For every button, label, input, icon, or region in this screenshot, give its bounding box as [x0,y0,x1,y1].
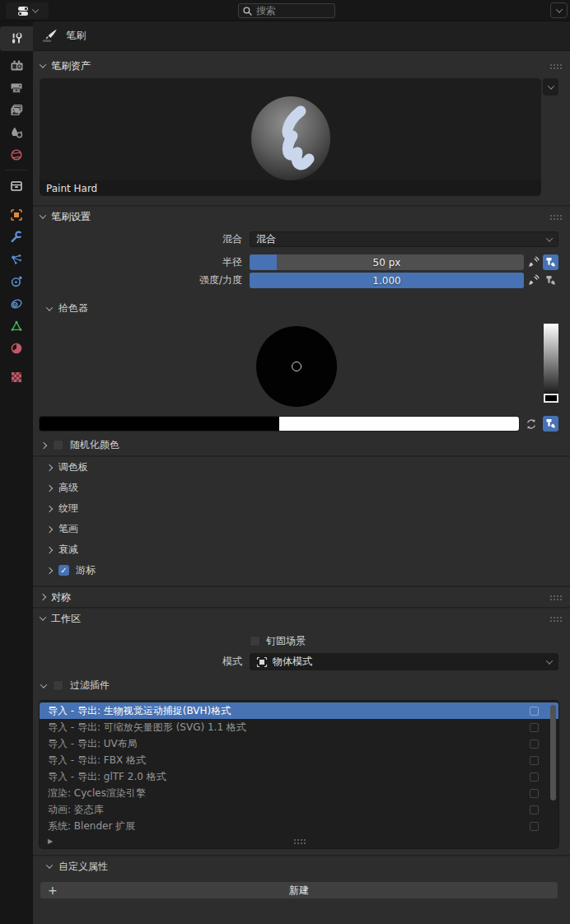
subpanel-header-texture[interactable]: 纹理 [33,498,570,519]
panel-header-symmetry[interactable]: 对称 [33,587,570,607]
brush-name: Paint Hard [46,183,97,194]
panel-grip-handle[interactable] [549,595,562,600]
header-menu-button[interactable] [550,2,568,18]
tab-texture[interactable] [0,366,33,388]
addon-row[interactable]: 导入 - 导出: 生物视觉运动捕捉(BVH)格式 [40,702,558,719]
subpanel-header-stroke[interactable]: 笔画 [33,519,570,539]
randomize-color-checkbox[interactable] [53,440,63,450]
tab-physics[interactable] [0,270,33,292]
radius-label: 半径 [33,255,250,269]
tab-collection[interactable] [0,175,33,197]
addon-row[interactable]: 动画: 姿态库 [40,801,558,818]
particles-icon [10,253,23,266]
chevron-right-icon [46,464,53,470]
tab-material[interactable] [0,337,33,359]
new-property-button[interactable]: + 新建 [40,881,558,899]
chevron-down-icon [555,6,562,12]
addon-row[interactable]: 导入 - 导出: glTF 2.0 格式 [40,768,558,785]
addon-checkbox[interactable] [530,805,539,814]
addon-checkbox[interactable] [530,740,539,749]
subpanel-header-falloff[interactable]: 衰减 [33,539,570,560]
panel-header-brush-asset[interactable]: 笔刷资产 [33,56,570,76]
addon-row[interactable]: 渲染: Cycles渲染引擎 [40,785,558,801]
subpanel-header-custom-properties[interactable]: 自定义属性 [33,856,570,876]
addon-row[interactable]: 导入 - 导出: 可缩放矢量图形 (SVG) 1.1 格式 [40,719,558,735]
brush-preview[interactable] [40,78,541,180]
radius-pressure-button[interactable] [526,254,541,270]
strength-slider[interactable]: 1.000 [250,273,524,288]
brush-select-dropdown[interactable] [543,78,558,96]
addon-checkbox[interactable] [530,772,539,782]
panel-header-brush-settings[interactable]: 笔刷设置 [33,207,570,226]
addon-row[interactable]: 导入 - 导出: FBX 格式 [40,752,558,768]
subpanel-header-palette[interactable]: 调色板 [33,457,570,478]
subpanel-header-color-picker[interactable]: 拾色器 [33,298,570,319]
primary-color-swatch[interactable] [40,417,279,431]
panel-title: 对称 [51,590,544,604]
mode-dropdown[interactable]: 物体模式 [250,653,558,670]
chevron-down-icon [46,861,53,868]
output-printer-icon [10,82,23,95]
addon-checkbox[interactable] [530,707,539,716]
value-slider-handle[interactable] [544,394,558,403]
subpanel-header-cursor[interactable]: 游标 [33,560,570,581]
chevron-right-icon [46,525,53,532]
brush-name-field[interactable]: Paint Hard [40,180,541,196]
chevron-down-icon [546,235,553,241]
tab-constraints[interactable] [0,292,33,315]
addon-checkbox[interactable] [530,756,539,765]
plus-icon: + [48,884,58,897]
tab-output[interactable] [0,77,33,99]
strength-unified-toggle[interactable] [543,273,558,288]
search-input[interactable]: 搜索 [238,3,335,18]
blend-label: 混合 [33,232,250,246]
panel-title: 笔刷资产 [51,59,544,73]
list-resize-grip[interactable]: ▶ [40,834,558,848]
tab-view-layer[interactable] [0,99,33,121]
tool-icon [10,32,23,45]
properties-editor-icon [17,6,31,16]
tab-render[interactable] [0,54,33,77]
tab-object-data[interactable] [0,315,33,337]
editor-type-dropdown[interactable] [6,2,49,19]
panel-header-workspace[interactable]: 工作区 [33,609,570,628]
tab-scene[interactable] [0,121,33,143]
tab-world[interactable] [0,143,33,166]
panel-grip-handle[interactable] [549,616,562,622]
tab-modifiers[interactable] [0,226,33,248]
addon-checkbox[interactable] [530,723,539,732]
radius-slider[interactable]: 50 px [250,254,524,270]
radius-unified-toggle[interactable] [543,254,558,270]
swap-colors-button[interactable] [523,416,539,432]
color-unified-toggle[interactable] [543,416,558,432]
panel-grip-handle[interactable] [549,63,562,69]
pin-scene-checkbox[interactable] [250,636,260,646]
list-expand-triangle[interactable]: ▶ [48,838,53,845]
subpanel-title: 游标 [76,563,96,577]
tab-object[interactable] [0,203,33,226]
radius-value: 50 px [250,254,524,270]
filter-addons-checkbox[interactable] [53,680,63,691]
addon-checkbox[interactable] [530,789,539,798]
subpanel-header-randomize-color[interactable]: 随机化颜色 [33,435,570,455]
breadcrumb: 笔刷 [33,21,570,51]
panel-grip-handle[interactable] [549,214,562,220]
color-wheel[interactable] [256,326,337,407]
secondary-color-swatch[interactable] [279,417,519,431]
color-wheel-cursor[interactable] [292,362,301,371]
tab-particles[interactable] [0,248,33,270]
strength-pressure-button[interactable] [526,273,541,288]
subpanel-header-advanced[interactable]: 高级 [33,478,570,498]
brush-stroke-thumbnail [250,93,332,180]
addon-checkbox[interactable] [530,822,539,831]
chevron-right-icon [46,505,53,511]
addon-list-scrollbar[interactable] [550,705,556,800]
addon-row[interactable]: 系统: Blender 扩展 [40,818,558,834]
cursor-checkbox[interactable] [58,565,69,576]
tab-tool[interactable] [0,26,33,51]
blend-mode-dropdown[interactable]: 混合 [250,231,558,247]
value-slider[interactable] [544,324,558,403]
addon-row[interactable]: 导入 - 导出: UV布局 [40,735,558,752]
object-data-icon [10,320,23,333]
subpanel-header-filter-addons[interactable]: 过滤插件 [33,675,570,696]
